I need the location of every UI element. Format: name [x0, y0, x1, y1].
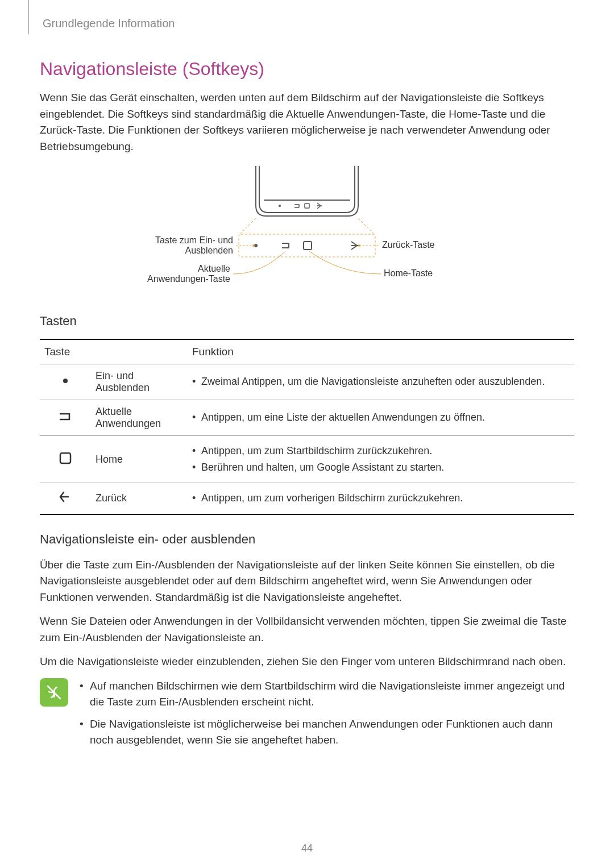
svg-line-4 — [240, 218, 256, 234]
note-item: Die Navigationsleiste ist möglicherweise… — [80, 716, 574, 749]
key-name: Aktuelle Anwendungen — [91, 400, 188, 436]
key-func: Zweimal Antippen, um die Navigationsleis… — [188, 364, 574, 400]
table-title: Tasten — [40, 314, 574, 329]
svg-rect-13 — [60, 453, 70, 463]
chapter-label: Grundlegende Information — [43, 17, 574, 30]
diagram-label-recent-1: Aktuelle — [198, 264, 230, 273]
diagram-label-home: Home-Taste — [384, 268, 433, 278]
home-icon — [40, 436, 91, 483]
side-rule — [28, 0, 29, 34]
dot-icon — [40, 364, 91, 400]
col-header-key: Taste — [40, 339, 188, 364]
col-header-func: Funktion — [188, 339, 574, 364]
sub-heading: Navigationsleiste ein- oder ausblenden — [40, 532, 574, 547]
key-name: Home — [91, 436, 188, 483]
paragraph: Über die Taste zum Ein-/Ausblenden der N… — [40, 557, 574, 606]
key-func: Antippen, um zum vorherigen Bildschirm z… — [188, 483, 574, 514]
svg-rect-2 — [305, 203, 309, 208]
diagram-label-recent-2: Anwendungen-Taste — [147, 274, 230, 284]
paragraph: Wenn Sie Dateien oder Anwendungen in der… — [40, 613, 574, 646]
softkey-table: Taste Funktion Ein- und Ausblenden Zweim… — [40, 339, 574, 515]
paragraph: Um die Navigationsleiste wieder einzuble… — [40, 654, 574, 670]
page-number: 44 — [0, 842, 614, 854]
page-heading: Navigationsleiste (Softkeys) — [40, 59, 574, 80]
table-row: Aktuelle Anwendungen Antippen, um eine L… — [40, 400, 574, 436]
table-row: Zurück Antippen, um zum vorherigen Bilds… — [40, 483, 574, 514]
key-func: Antippen, um eine Liste der aktuellen An… — [188, 400, 574, 436]
key-func: Antippen, um zum Startbildschirm zurückz… — [188, 436, 574, 483]
svg-rect-7 — [304, 242, 312, 250]
diagram-label-hide-1: Taste zum Ein- und — [155, 235, 233, 245]
svg-point-9 — [252, 244, 255, 247]
note-item: Auf manchen Bildschirmen wie dem Startbi… — [80, 678, 574, 711]
note-list: Auf manchen Bildschirmen wie dem Startbi… — [80, 678, 574, 754]
softkey-diagram: Taste zum Ein- und Ausblenden Aktuelle A… — [40, 166, 574, 297]
table-row: Home Antippen, um zum Startbildschirm zu… — [40, 436, 574, 483]
key-name: Zurück — [91, 483, 188, 514]
svg-point-12 — [63, 379, 68, 383]
key-name: Ein- und Ausblenden — [91, 364, 188, 400]
back-icon — [40, 483, 91, 514]
note-box: Auf manchen Bildschirmen wie dem Startbi… — [40, 678, 574, 754]
page-content: Grundlegende Information Navigationsleis… — [0, 0, 614, 754]
intro-paragraph: Wenn Sie das Gerät einschalten, werden u… — [40, 90, 574, 155]
recent-icon — [40, 400, 91, 436]
diagram-label-back: Zurück-Taste — [382, 240, 435, 250]
note-icon — [40, 678, 68, 707]
svg-point-1 — [279, 205, 281, 207]
svg-point-11 — [358, 244, 360, 247]
svg-line-5 — [358, 218, 374, 234]
table-row: Ein- und Ausblenden Zweimal Antippen, um… — [40, 364, 574, 400]
diagram-label-hide-2: Ausblenden — [185, 246, 233, 255]
